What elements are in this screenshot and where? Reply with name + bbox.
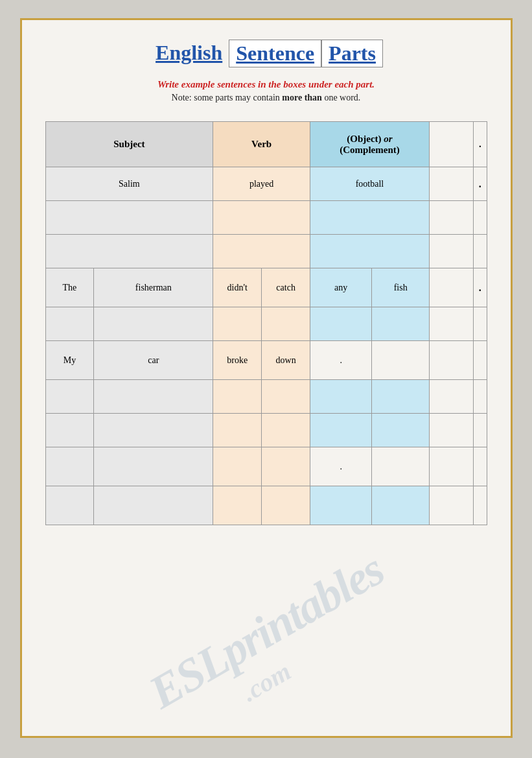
cell-played: played (213, 167, 310, 201)
cell-empty-object-2 (310, 201, 430, 235)
cell-empty-v9a (213, 447, 262, 486)
cell-empty-v7b (262, 380, 310, 414)
header-period: . (474, 122, 487, 167)
cell-empty-o8a (310, 414, 372, 447)
instructions-line2: Note: some parts may contain more than o… (45, 93, 487, 103)
cell-empty-subject-3 (45, 235, 213, 268)
cell-empty-v8a (213, 414, 262, 447)
table-row (45, 307, 487, 341)
cell-period-3 (474, 235, 487, 268)
cell-empty-v10b (262, 486, 310, 525)
cell-didnt: didn't (213, 268, 262, 307)
table-row: Salim played football . (45, 167, 487, 201)
cell-down: down (262, 341, 310, 380)
cell-empty-9b (372, 447, 430, 486)
title-row: English Sentence Parts (45, 40, 487, 67)
cell-empty-o10a (310, 486, 372, 525)
watermark2: .com (237, 656, 296, 707)
cell-empty-v5a (213, 307, 262, 341)
cell-empty-o5a (310, 307, 372, 341)
instructions-line1: Write example sentences in the boxes und… (45, 79, 487, 90)
cell-my: My (45, 341, 94, 380)
main-page: English Sentence Parts Write example sen… (20, 18, 513, 738)
instructions-line2-suffix: one word. (322, 93, 361, 102)
cell-any: any (310, 268, 372, 307)
cell-catch: catch (262, 268, 310, 307)
cell-salim: Salim (45, 167, 213, 201)
watermark: ESLprintables (140, 543, 393, 720)
cell-empty-2 (429, 201, 473, 235)
cell-period-1: . (474, 167, 487, 201)
table-row (45, 201, 487, 235)
cell-empty-7 (429, 380, 473, 414)
sentence-parts-table: Subject Verb (Object) or(Complement) . S… (45, 121, 487, 525)
cell-empty-s9b (94, 447, 213, 486)
header-object: (Object) or(Complement) (310, 122, 430, 167)
cell-car: car (94, 341, 213, 380)
cell-empty-5 (429, 307, 473, 341)
table-row: The fisherman didn't catch any fish . (45, 268, 487, 307)
table-row (45, 380, 487, 414)
title-word-english: English (149, 40, 229, 66)
cell-period-inline: . (310, 341, 372, 380)
table-row: My car broke down . (45, 341, 487, 380)
cell-period-6 (474, 341, 487, 380)
cell-empty-s7b (94, 380, 213, 414)
cell-empty-s10a (45, 486, 94, 525)
cell-empty-v8b (262, 414, 310, 447)
cell-empty-s10b (94, 486, 213, 525)
table-row (45, 414, 487, 447)
cell-empty-o7b (372, 380, 430, 414)
cell-empty-6 (429, 341, 473, 380)
cell-period-10 (474, 486, 487, 525)
cell-period-4: . (474, 268, 487, 307)
table-row (45, 235, 487, 268)
cell-empty-v9b (262, 447, 310, 486)
header-verb: Verb (213, 122, 310, 167)
cell-empty-10 (429, 486, 473, 525)
cell-period-7 (474, 380, 487, 414)
cell-period-2 (474, 201, 487, 235)
cell-empty-s8b (94, 414, 213, 447)
cell-empty-o5b (372, 307, 430, 341)
cell-period-9 (474, 447, 487, 486)
title-word-parts: Parts (321, 40, 383, 67)
cell-empty-6b (372, 341, 430, 380)
instructions-line2-prefix: Note: some parts may contain (172, 93, 283, 102)
cell-empty-object-3 (310, 235, 430, 268)
header-subject: Subject (45, 122, 213, 167)
title-word-sentence: Sentence (229, 40, 321, 67)
cell-empty-s7a (45, 380, 94, 414)
cell-dot-9: . (310, 447, 372, 486)
cell-empty-4 (429, 268, 473, 307)
cell-empty-1 (429, 167, 473, 201)
cell-period-8 (474, 414, 487, 447)
instructions: Write example sentences in the boxes und… (45, 79, 487, 103)
cell-football: football (310, 167, 430, 201)
cell-empty-9 (429, 447, 473, 486)
table-row (45, 486, 487, 525)
header-period-cell (429, 122, 473, 167)
cell-fish: fish (372, 268, 430, 307)
cell-empty-verb-3 (213, 235, 310, 268)
table-row: . (45, 447, 487, 486)
cell-empty-s5a (45, 307, 94, 341)
table-wrapper: Subject Verb (Object) or(Complement) . S… (45, 121, 487, 525)
cell-empty-s9a (45, 447, 94, 486)
cell-empty-o8b (372, 414, 430, 447)
cell-fisherman: fisherman (94, 268, 213, 307)
cell-empty-verb-2 (213, 201, 310, 235)
header-row: Subject Verb (Object) or(Complement) . (45, 122, 487, 167)
cell-empty-v5b (262, 307, 310, 341)
cell-empty-3 (429, 235, 473, 268)
cell-empty-8 (429, 414, 473, 447)
cell-period-5 (474, 307, 487, 341)
cell-empty-v10a (213, 486, 262, 525)
cell-empty-v7a (213, 380, 262, 414)
instructions-bold: more than (282, 93, 322, 102)
cell-empty-o7a (310, 380, 372, 414)
cell-empty-o10b (372, 486, 430, 525)
cell-the: The (45, 268, 94, 307)
cell-empty-subject-2 (45, 201, 213, 235)
cell-empty-s5b (94, 307, 213, 341)
